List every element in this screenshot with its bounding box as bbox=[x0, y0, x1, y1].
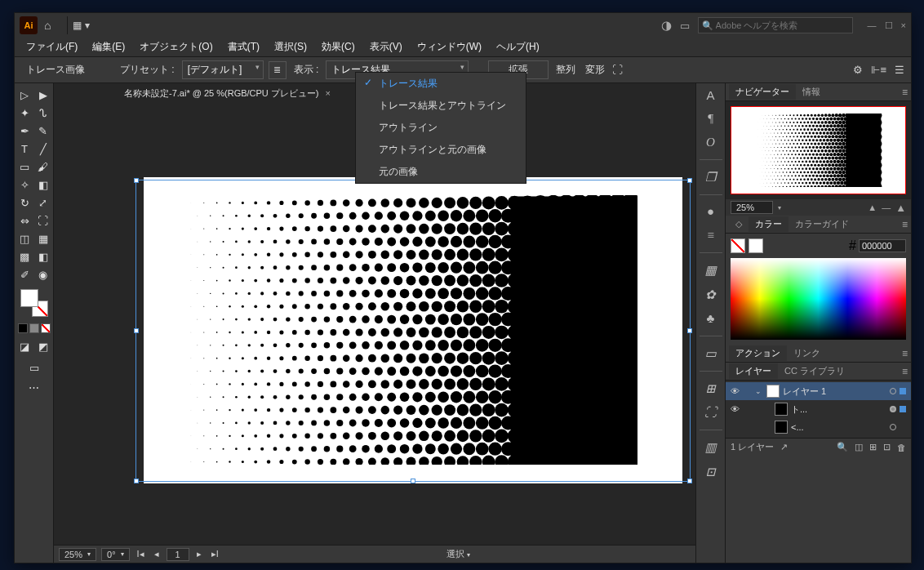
rotate-view[interactable]: 0°▾ bbox=[101, 548, 130, 561]
close-tab-icon[interactable]: × bbox=[326, 88, 331, 98]
layer-name[interactable]: <... bbox=[791, 422, 804, 432]
zoom-level[interactable]: 25%▾ bbox=[59, 548, 96, 561]
zoom-slider-icon[interactable]: — bbox=[882, 203, 891, 212]
color-spectrum[interactable] bbox=[731, 258, 906, 340]
blend-tool[interactable]: ◉ bbox=[35, 266, 51, 283]
menu-help[interactable]: ヘルプ(H) bbox=[490, 38, 546, 56]
magic-wand-tool[interactable]: ✦ bbox=[16, 105, 33, 121]
handle-ml[interactable] bbox=[134, 328, 139, 333]
tab-layers[interactable]: レイヤー bbox=[729, 363, 778, 379]
menu-edit[interactable]: 編集(E) bbox=[86, 38, 131, 56]
shape-builder-tool[interactable]: ◫ bbox=[16, 230, 33, 247]
gradient-tool[interactable]: ◧ bbox=[35, 248, 51, 265]
rotate-tool[interactable]: ↻ bbox=[16, 194, 33, 211]
tab-color-guide[interactable]: カラーガイド bbox=[789, 216, 855, 232]
target-icon[interactable] bbox=[890, 388, 896, 394]
appearance-panel-icon[interactable]: ● bbox=[707, 205, 714, 219]
artboard-number[interactable]: 1 bbox=[167, 548, 189, 561]
layer-name[interactable]: ト... bbox=[791, 403, 807, 416]
navigator-preview[interactable] bbox=[726, 101, 911, 199]
tab-color[interactable]: カラー bbox=[749, 216, 789, 232]
menu-window[interactable]: ウィンドウ(W) bbox=[411, 38, 488, 56]
line-tool[interactable]: ╱ bbox=[35, 140, 51, 157]
type-tool[interactable]: T bbox=[16, 140, 33, 157]
color-mode-swatch[interactable] bbox=[18, 323, 28, 333]
curvature-tool[interactable]: ✎ bbox=[35, 122, 51, 139]
shaper-tool[interactable]: ✧ bbox=[16, 176, 33, 193]
pen-tool[interactable]: ✒ bbox=[16, 122, 33, 139]
none-mode-swatch[interactable] bbox=[41, 323, 51, 333]
draw-mode-behind[interactable]: ◩ bbox=[35, 338, 51, 354]
handle-bl[interactable] bbox=[134, 479, 139, 483]
layout-switcher[interactable]: ▦ ▾ bbox=[73, 20, 89, 31]
stroke-panel-icon[interactable]: ▭ bbox=[704, 346, 716, 361]
scale-tool[interactable]: ⤢ bbox=[35, 194, 51, 211]
direct-selection-tool[interactable]: ▶ bbox=[35, 87, 51, 103]
mesh-tool[interactable]: ▩ bbox=[16, 248, 33, 265]
first-artboard-icon[interactable]: I◂ bbox=[135, 549, 147, 559]
handle-tr[interactable] bbox=[687, 178, 692, 183]
gradient-mode-swatch[interactable] bbox=[29, 323, 39, 333]
clip-mask-icon[interactable]: ◫ bbox=[855, 442, 863, 452]
fill-stroke-swatches[interactable] bbox=[20, 289, 48, 317]
visibility-icon[interactable]: 👁 bbox=[726, 404, 744, 414]
popup-item-trace-result[interactable]: トレース結果 bbox=[356, 73, 526, 95]
cloud-user-icon[interactable]: ◑ bbox=[661, 18, 672, 33]
eraser-tool[interactable]: ◧ bbox=[35, 176, 51, 193]
lasso-tool[interactable]: ᔐ bbox=[35, 105, 51, 121]
align-label[interactable]: 整列 bbox=[553, 63, 578, 77]
trace-options-icon[interactable]: ≣ bbox=[269, 61, 287, 79]
hex-input[interactable] bbox=[859, 239, 906, 252]
opentype-panel-icon[interactable]: O bbox=[706, 136, 715, 149]
fill-color-swatch[interactable] bbox=[731, 238, 745, 253]
eyedropper-tool[interactable]: ✐ bbox=[16, 266, 33, 283]
stroke-color-swatch[interactable] bbox=[749, 238, 763, 253]
layer-row[interactable]: 👁 ト... bbox=[726, 400, 911, 418]
home-icon[interactable]: ⌂ bbox=[44, 19, 51, 32]
layers-menu-icon[interactable]: ≡ bbox=[902, 366, 908, 377]
brushes-panel-icon[interactable]: ✿ bbox=[705, 287, 716, 302]
paintbrush-tool[interactable]: 🖌 bbox=[35, 158, 51, 175]
artboard[interactable] bbox=[144, 177, 682, 483]
layer-name[interactable]: レイヤー 1 bbox=[783, 385, 826, 398]
align-panel-icon[interactable]: ⊞ bbox=[705, 381, 716, 396]
panel-menu-icon[interactable]: ☰ bbox=[895, 64, 904, 76]
tab-info[interactable]: 情報 bbox=[796, 84, 827, 100]
paragraph-panel-icon[interactable]: ¶ bbox=[708, 112, 714, 126]
menu-view[interactable]: 表示(V) bbox=[363, 38, 409, 56]
isolate-icon[interactable]: ⛶ bbox=[612, 64, 623, 76]
color-menu-icon[interactable]: ≡ bbox=[902, 219, 908, 230]
tab-cc-libraries[interactable]: CC ライブラリ bbox=[778, 363, 851, 379]
draw-mode-normal[interactable]: ◪ bbox=[16, 338, 33, 354]
pathfinder-panel-icon[interactable]: ⛶ bbox=[704, 406, 717, 420]
snap-icon[interactable]: ⊩≡ bbox=[871, 64, 886, 76]
transform-panel-icon[interactable]: ❐ bbox=[705, 170, 716, 185]
popup-item-outline[interactable]: アウトライン bbox=[356, 117, 526, 139]
layer-row[interactable]: <... bbox=[726, 418, 911, 436]
swatches-panel-icon[interactable]: ▦ bbox=[704, 263, 716, 278]
new-sublayer-icon[interactable]: ⊞ bbox=[869, 442, 877, 452]
menu-object[interactable]: オブジェクト(O) bbox=[133, 38, 219, 56]
preset-dropdown[interactable]: [デフォルト] bbox=[182, 60, 264, 79]
more-tools[interactable]: ⋯ bbox=[26, 379, 42, 395]
fill-swatch[interactable] bbox=[20, 289, 38, 307]
width-tool[interactable]: ⇔ bbox=[16, 212, 33, 229]
delete-layer-icon[interactable]: 🗑 bbox=[897, 443, 906, 452]
layer-row[interactable]: 👁 ⌄ レイヤー 1 bbox=[726, 382, 911, 400]
help-search[interactable]: 🔍 bbox=[698, 17, 853, 33]
next-artboard-icon[interactable]: ▸ bbox=[194, 549, 204, 559]
target-icon[interactable] bbox=[890, 424, 896, 430]
tab-actions[interactable]: アクション bbox=[729, 345, 787, 361]
arrange-documents-icon[interactable]: ▭ bbox=[680, 20, 690, 32]
last-artboard-icon[interactable]: ▸I bbox=[209, 549, 221, 559]
close-button[interactable]: × bbox=[901, 20, 906, 31]
perspective-tool[interactable]: ▦ bbox=[35, 230, 51, 247]
screen-mode-tool[interactable]: ▭ bbox=[26, 359, 42, 376]
popup-item-trace-outline[interactable]: トレース結果とアウトライン bbox=[356, 95, 526, 117]
document-tab[interactable]: 名称未設定-7.ai* @ 25 %(RGB/CPU プレビュー) × bbox=[119, 86, 335, 101]
new-layer-icon[interactable]: ⊡ bbox=[883, 442, 891, 452]
navigator-zoom-value[interactable]: 25% bbox=[731, 201, 773, 214]
trace-image-button[interactable]: トレース画像 bbox=[20, 61, 91, 78]
rectangle-tool[interactable]: ▭ bbox=[16, 158, 33, 175]
tab-navigator[interactable]: ナビゲーター bbox=[729, 84, 796, 100]
